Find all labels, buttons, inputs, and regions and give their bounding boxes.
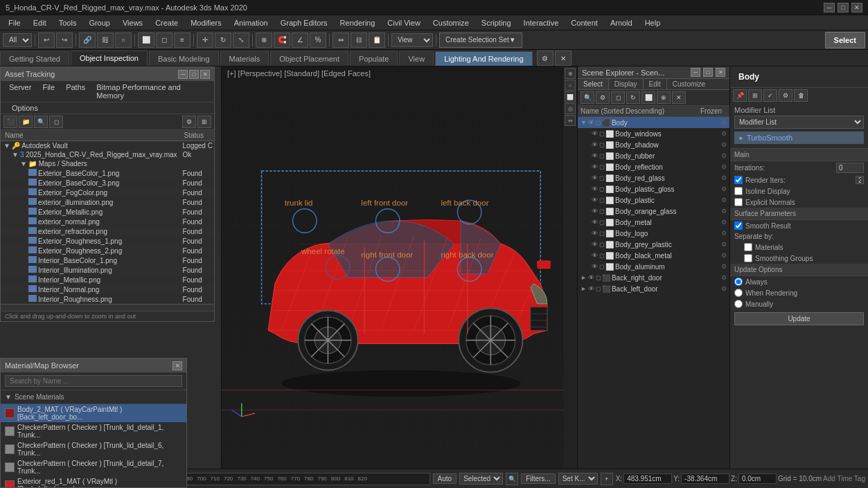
vp-tool-4[interactable]: ◎ [565, 103, 576, 114]
mod-tb-delete[interactable]: 🗑 [794, 89, 808, 102]
render-iters-checkbox[interactable] [734, 176, 743, 184]
mod-tb-apply[interactable]: ✓ [763, 89, 777, 102]
se-btn-2[interactable]: ⚙ [596, 91, 610, 104]
table-row[interactable]: ▼3 2025_Honda_CR-V_Red_Rigged_max_vray.m… [1, 150, 214, 159]
menu-group[interactable]: Group [83, 17, 116, 28]
rotate-btn[interactable]: ↻ [215, 33, 231, 48]
mat-item[interactable]: Exterior_red_1_MAT ( VRayMtl ) [Back_lef… [1, 476, 186, 487]
tree-item-body-metal[interactable]: 👁 ◻ ⬜ Body_metal ⚙ [578, 217, 729, 228]
tab-basic-modeling[interactable]: Basic Modeling [149, 51, 219, 66]
vp-tool-5[interactable]: ⇔ [565, 115, 576, 126]
auto-btn[interactable]: Auto [433, 473, 457, 484]
undo-btn[interactable]: ↩ [38, 33, 55, 48]
snap-btn[interactable]: 🧲 [274, 33, 290, 48]
tree-item-body-red-glass[interactable]: 👁 ◻ ⬜ Body_red_glass ⚙ [578, 172, 729, 183]
asset-tb-btn1[interactable]: ⬛ [3, 116, 17, 128]
tree-item-body[interactable]: ▼ 👁 ◻ ⬛ Body ⚙ [578, 117, 729, 128]
tab-settings-btn[interactable]: ⚙ [537, 51, 553, 66]
coord-x-input[interactable] [623, 473, 672, 484]
menu-edit[interactable]: Edit [28, 17, 52, 28]
menu-create[interactable]: Create [150, 17, 184, 28]
asset-menu-paths[interactable]: Paths [60, 82, 91, 100]
table-row[interactable]: Exterior_BaseColor_3.png Found [1, 178, 214, 188]
table-row[interactable]: Exterior_BaseColor_1.png Found [1, 168, 214, 178]
se-max-btn[interactable]: □ [703, 68, 713, 77]
table-row[interactable]: ▼📁 Maps / Shaders [1, 159, 214, 168]
se-btn-4[interactable]: ↻ [626, 91, 640, 104]
se-tab-edit[interactable]: Edit [644, 79, 667, 89]
unlink-btn[interactable]: ⛓ [97, 33, 114, 48]
add-time-tag-btn[interactable]: Add Time Tag [823, 475, 865, 482]
se-btn-5[interactable]: ⬜ [641, 91, 655, 104]
scale-btn[interactable]: ⤡ [233, 33, 249, 48]
select-name-btn[interactable]: ≡ [174, 33, 191, 48]
menu-views[interactable]: Views [117, 17, 148, 28]
menu-modifiers[interactable]: Modifiers [185, 17, 227, 28]
menu-help[interactable]: Help [639, 17, 666, 28]
se-min-btn[interactable]: ─ [691, 68, 700, 77]
se-btn-1[interactable]: 🔍 [581, 91, 594, 104]
table-row[interactable]: ▼🔑 Autodesk Vault Logged C [1, 141, 214, 151]
se-btn-7[interactable]: ✕ [672, 91, 686, 104]
asset-tb-config[interactable]: ⚙ [182, 116, 196, 128]
when-rendering-radio[interactable] [734, 289, 743, 297]
mat-search-input[interactable] [5, 375, 182, 387]
asset-tb-btn4[interactable]: ◻ [49, 116, 63, 128]
asset-minimize-btn[interactable]: ─ [178, 70, 188, 79]
table-row[interactable]: Interior_Roughness.png Found [1, 294, 214, 304]
vp-tool-2[interactable]: ○ [565, 80, 576, 91]
se-tab-customize[interactable]: Customize [667, 79, 711, 89]
asset-close-btn[interactable]: ✕ [200, 70, 210, 79]
menu-animation[interactable]: Animation [229, 17, 274, 28]
coord-y-input[interactable] [681, 473, 729, 484]
mod-tb-pin[interactable]: 📌 [733, 89, 747, 102]
filters-btn[interactable]: Filters... [521, 473, 556, 484]
asset-menu-server[interactable]: Server [3, 82, 37, 100]
render-iters-input[interactable] [856, 176, 864, 184]
explicit-normals-checkbox[interactable] [734, 198, 743, 206]
mat-item[interactable]: CheckerPattern ( Checker ) [Trunk_lid_de… [1, 422, 186, 440]
table-row[interactable]: exterior_refraction.png Found [1, 226, 214, 236]
layer-btn[interactable]: 📋 [369, 33, 385, 48]
tab-lighting-rendering[interactable]: Lighting And Rendering [435, 51, 532, 66]
smooth-result-checkbox[interactable] [734, 222, 743, 230]
tree-expand-icon[interactable]: ► [581, 285, 587, 292]
select-obj-btn[interactable]: ⬜ [138, 33, 154, 48]
modifier-dropdown[interactable]: Modifier List [734, 116, 864, 129]
select-region-btn[interactable]: ◻ [156, 33, 172, 48]
table-row[interactable]: Interior_BaseColor_1.png Found [1, 255, 214, 265]
move-btn[interactable]: ✛ [197, 33, 213, 48]
table-row[interactable]: Exterior_Metallic.png Found [1, 207, 214, 217]
maximize-btn[interactable]: □ [838, 3, 849, 12]
se-btn-6[interactable]: ⊕ [657, 91, 671, 104]
set-key-dropdown[interactable]: Set K... [558, 473, 598, 485]
asset-scrollbar-h[interactable] [1, 304, 214, 311]
tree-item-body-plastic-gloss[interactable]: 👁 ◻ ⬜ Body_plastic_gloss ⚙ [578, 183, 729, 195]
vp-tool-3[interactable]: ⬜ [565, 91, 576, 102]
tab-view[interactable]: View [399, 51, 434, 66]
tree-item-body-reflection[interactable]: 👁 ◻ ⬜ Body_reflection ⚙ [578, 161, 729, 172]
search-bottom-btn[interactable]: 🔍 [506, 473, 518, 485]
redo-btn[interactable]: ↪ [56, 33, 73, 48]
close-btn[interactable]: ✕ [851, 3, 862, 12]
menu-graph-editors[interactable]: Graph Editors [275, 17, 333, 28]
tree-item-body-rubber[interactable]: 👁 ◻ ⬜ Body_rubber ⚙ [578, 150, 729, 161]
table-row[interactable]: exterior_illumination.png Found [1, 197, 214, 207]
always-radio[interactable] [734, 278, 743, 286]
table-row[interactable]: Exterior_FogColor.png Found [1, 188, 214, 197]
isoline-checkbox[interactable] [734, 187, 743, 195]
menu-content[interactable]: Content [565, 17, 603, 28]
mod-tb-show-end[interactable]: ⊞ [748, 89, 762, 102]
ref-coord-btn[interactable]: ⊕ [256, 33, 272, 48]
asset-tb-btn2[interactable]: 📁 [19, 116, 33, 128]
align-btn[interactable]: ⊟ [351, 33, 367, 48]
tree-item-body-black-metal[interactable]: 👁 ◻ ⬜ Body_black_metal ⚙ [578, 250, 729, 261]
se-btn-3[interactable]: ◻ [611, 91, 625, 104]
materials-checkbox[interactable] [744, 243, 752, 251]
se-tab-select[interactable]: Select [578, 79, 609, 89]
mat-item[interactable]: Body_2_MAT ( VRayCarPaintMtl ) [Back_lef… [1, 404, 186, 422]
tree-item-body-grey-plastic[interactable]: 👁 ◻ ⬜ Body_grey_plastic ⚙ [578, 239, 729, 250]
tree-expand-icon[interactable]: ► [581, 274, 587, 281]
menu-civil-view[interactable]: Civil View [382, 17, 425, 28]
add-key-btn[interactable]: + [601, 473, 613, 485]
